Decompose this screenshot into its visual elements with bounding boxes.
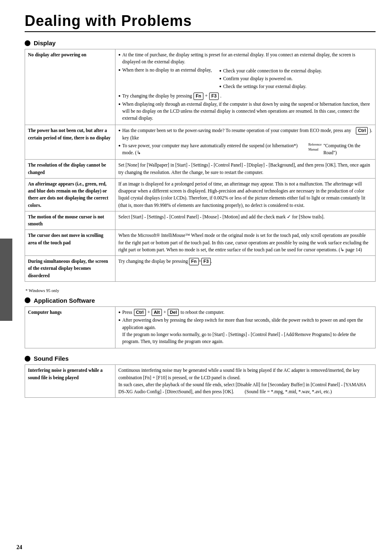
- display-bullet: [25, 40, 30, 46]
- sound-files-table: Interfering noise is generated while a s…: [25, 364, 376, 398]
- side-tab: [0, 239, 12, 321]
- sound-files-section-header: Sound Files: [25, 355, 376, 362]
- ctrl-key2: Ctrl: [134, 309, 146, 316]
- table-row: No display after powering on At the time…: [25, 49, 376, 125]
- display-section-header: Display: [25, 39, 376, 46]
- display-table: No display after powering on At the time…: [25, 49, 376, 282]
- table-row: The motion of the mouse cursor is not sm…: [25, 211, 376, 230]
- del-key: Del: [168, 309, 179, 316]
- solution-cell: If an image is displayed for a prolonged…: [115, 178, 376, 211]
- fn-key: Fn: [194, 93, 203, 100]
- problem-cell: Interfering noise is generated while a s…: [25, 365, 115, 398]
- app-software-section-header: Application Software: [25, 297, 376, 304]
- solution-cell: Set [None] for [Wallpaper] in [Start] - …: [115, 160, 376, 179]
- title-divider: [25, 31, 376, 32]
- display-section-title: Display: [34, 39, 55, 46]
- table-row: Computer hangs Press Ctrl+Alt+Del to reb…: [25, 306, 376, 348]
- table-row: The cursor does not move in scrolling ar…: [25, 230, 376, 256]
- alt-key: Alt: [152, 309, 162, 316]
- fn-key2: Fn: [189, 258, 198, 265]
- solution-cell: At the time of purchase, the display set…: [115, 49, 376, 125]
- page-number: 24: [16, 544, 22, 551]
- solution-cell: Try changing the display be pressing Fn+…: [115, 256, 376, 282]
- solution-cell: Has the computer been set to the power-s…: [115, 125, 376, 160]
- problem-cell: The cursor does not move in scrolling ar…: [25, 230, 115, 256]
- page-title: Dealing with Problems: [25, 12, 376, 30]
- app-section-title: Application Software: [34, 297, 95, 304]
- table-row: During simultaneous display, the screen …: [25, 256, 376, 282]
- problem-cell: No display after powering on: [25, 49, 115, 125]
- problem-cell: Computer hangs: [25, 306, 115, 348]
- sound-section-title: Sound Files: [34, 355, 69, 362]
- solution-cell: When the Microsoft® IntelliMouse™ Wheel …: [115, 230, 376, 256]
- solution-cell: Continuous interfering noise may be gene…: [115, 365, 376, 398]
- problem-cell: An afterimage appears (i.e., green, red,…: [25, 178, 115, 211]
- table-row: Interfering noise is generated while a s…: [25, 365, 376, 398]
- problem-cell: The power has not been cut, but after a …: [25, 125, 115, 160]
- ctrl-key: Ctrl: [356, 127, 368, 134]
- solution-cell: Select [Start] - [Settings] - [Control P…: [115, 211, 376, 230]
- app-software-table: Computer hangs Press Ctrl+Alt+Del to reb…: [25, 306, 376, 348]
- table-row: An afterimage appears (i.e., green, red,…: [25, 178, 376, 211]
- f3-key2: F3: [201, 258, 211, 265]
- app-bullet: [25, 297, 30, 303]
- table-row: The power has not been cut, but after a …: [25, 125, 376, 160]
- problem-cell: The motion of the mouse cursor is not sm…: [25, 211, 115, 230]
- sound-bullet: [25, 356, 30, 362]
- problem-cell: During simultaneous display, the screen …: [25, 256, 115, 282]
- problem-cell: The resolution of the display cannot be …: [25, 160, 115, 179]
- display-footnote: * Windows 95 only: [25, 288, 376, 293]
- table-row: The resolution of the display cannot be …: [25, 160, 376, 179]
- solution-cell: Press Ctrl+Alt+Del to reboot the compute…: [115, 306, 376, 348]
- f3-key: F3: [209, 93, 219, 100]
